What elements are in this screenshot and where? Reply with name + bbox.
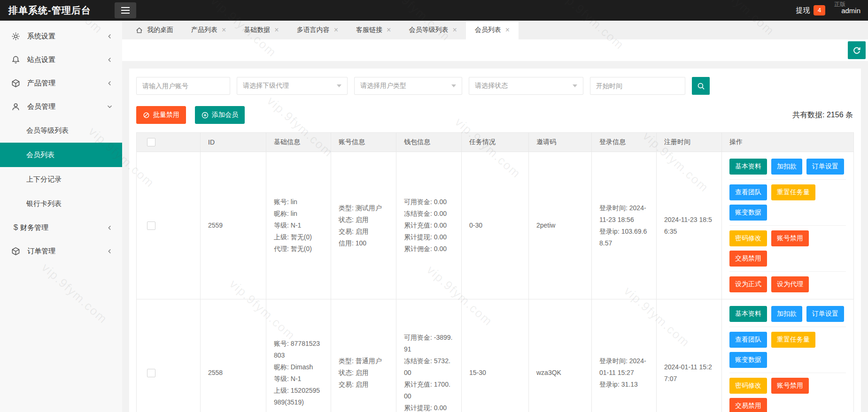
chevron-left-icon xyxy=(107,248,113,254)
batch-disable-button[interactable]: 批量禁用 xyxy=(136,106,186,124)
column-header: 操作 xyxy=(722,133,854,152)
op-button[interactable]: 重置任务量 xyxy=(771,184,815,200)
op-button[interactable]: 账变数据 xyxy=(729,352,767,368)
select-placeholder: 请选择状态 xyxy=(475,82,508,90)
agent-select[interactable]: 请选择下级代理 xyxy=(237,77,348,95)
close-icon[interactable]: × xyxy=(222,26,226,34)
sidebar-item[interactable]: $财务管理 xyxy=(0,216,122,239)
op-button[interactable]: 订单设置 xyxy=(806,306,844,322)
tab[interactable]: 产品列表× xyxy=(182,21,235,39)
sidebar-subitem[interactable]: 会员等级列表 xyxy=(0,118,122,143)
tab[interactable]: 我的桌面 xyxy=(127,21,182,39)
operation-group: 密码修改账号禁用交易禁用 xyxy=(729,226,846,272)
base-info-line: 账号: 87781523803 xyxy=(274,338,323,361)
sidebar-item-label: 站点设置 xyxy=(27,55,55,64)
base-info-line: 等级: N-1 xyxy=(274,373,323,385)
close-icon[interactable]: × xyxy=(274,26,279,34)
op-button[interactable]: 重置任务量 xyxy=(771,332,815,348)
withdraw-label: 提现 xyxy=(796,6,810,15)
op-button[interactable]: 基本资料 xyxy=(729,159,767,175)
wallet-info-line: 累计提现: 0.00 xyxy=(404,402,454,412)
total-count: 共有数据: 2156 条 xyxy=(792,110,854,120)
op-button[interactable]: 密码修改 xyxy=(729,378,767,394)
op-button[interactable]: 交易禁用 xyxy=(729,398,767,412)
tab[interactable]: 多语言内容× xyxy=(288,21,347,39)
op-button[interactable]: 加扣款 xyxy=(771,306,802,322)
op-button[interactable]: 密码修改 xyxy=(729,230,767,246)
account-info-line: 信用: 100 xyxy=(339,237,388,249)
add-member-button[interactable]: 添加会员 xyxy=(195,106,245,124)
op-button[interactable]: 设为代理 xyxy=(771,276,809,292)
start-time-input[interactable] xyxy=(590,77,685,95)
select-placeholder: 请选择用户类型 xyxy=(360,82,406,90)
search-button[interactable] xyxy=(692,77,710,95)
main-content: 我的桌面产品列表×基础数据×多语言内容×客服链接×会员等级列表×会员列表× 请选… xyxy=(122,21,868,412)
sidebar-item-label: 系统设置 xyxy=(27,32,55,41)
login-info-line: 登录时间: 2024-01-11 15:27 xyxy=(599,355,649,379)
sidebar-item[interactable]: 订单管理 xyxy=(0,239,122,263)
wallet-info-line: 累计提现: 0.00 xyxy=(404,231,454,243)
sidebar-item[interactable]: 会员管理 xyxy=(0,95,122,118)
refresh-button[interactable] xyxy=(848,41,866,59)
op-button[interactable]: 设为正式 xyxy=(729,276,767,292)
filter-bar: 请选择下级代理请选择用户类型请选择状态 xyxy=(136,77,854,95)
withdraw-link[interactable]: 提现 4 xyxy=(796,5,825,15)
op-button[interactable]: 基本资料 xyxy=(729,306,767,322)
base-info-line: 等级: N-1 xyxy=(274,220,323,231)
toolbar xyxy=(122,39,868,61)
refresh-icon xyxy=(852,46,861,54)
hamburger-icon xyxy=(121,7,130,14)
menu-toggle-button[interactable] xyxy=(115,2,136,18)
column-header: 基础信息 xyxy=(266,133,331,152)
tab[interactable]: 客服链接× xyxy=(347,21,400,39)
base-info-line: 昵称: Dimash xyxy=(274,361,323,373)
column-header: 邀请码 xyxy=(529,133,592,152)
sidebar-item-label: 会员管理 xyxy=(27,102,55,111)
sidebar-subitem[interactable]: 上下分记录 xyxy=(0,167,122,191)
select-all-checkbox[interactable] xyxy=(147,138,155,146)
operation-group: 密码修改账号禁用交易禁用 xyxy=(729,373,846,412)
account-info-line: 状态: 启用 xyxy=(339,214,388,226)
sidebar: 系统设置站点设置产品管理会员管理会员等级列表会员列表上下分记录银行卡列表$财务管… xyxy=(0,21,122,412)
user-type-select[interactable]: 请选择用户类型 xyxy=(354,77,462,95)
base-info-line: 账号: lin xyxy=(274,196,323,208)
op-button[interactable]: 加扣款 xyxy=(771,159,802,175)
account-input[interactable] xyxy=(136,77,230,95)
member-table: ID基础信息账号信息钱包信息任务情况邀请码登录信息注册时间操作2559账号: l… xyxy=(136,132,854,412)
op-button[interactable]: 查看团队 xyxy=(729,184,767,200)
tab-label: 客服链接 xyxy=(356,26,382,34)
account-info-line: 交易: 启用 xyxy=(339,226,388,237)
op-button[interactable]: 账变数据 xyxy=(729,205,767,221)
tab-label: 会员等级列表 xyxy=(409,26,448,34)
chevron-left-icon xyxy=(107,33,113,39)
op-button[interactable]: 账号禁用 xyxy=(771,378,809,394)
close-icon[interactable]: × xyxy=(505,26,510,34)
sidebar-subitem[interactable]: 银行卡列表 xyxy=(0,191,122,216)
gear-icon xyxy=(11,32,20,41)
close-icon[interactable]: × xyxy=(387,26,391,34)
chevron-left-icon xyxy=(107,225,113,231)
sidebar-item[interactable]: 产品管理 xyxy=(0,71,122,95)
action-row: 批量禁用 添加会员 共有数据: 2156 条 xyxy=(136,106,854,124)
op-button[interactable]: 订单设置 xyxy=(806,159,844,175)
status-select[interactable]: 请选择状态 xyxy=(469,77,583,95)
op-button[interactable]: 交易禁用 xyxy=(729,251,767,267)
login-info-line: 登录ip: 103.69.68.57 xyxy=(599,226,649,249)
tab[interactable]: 基础数据× xyxy=(235,21,287,39)
row-checkbox[interactable] xyxy=(147,221,155,230)
row-checkbox[interactable] xyxy=(147,369,155,377)
tab[interactable]: 会员列表× xyxy=(466,21,519,39)
sidebar-item[interactable]: 站点设置 xyxy=(0,48,122,71)
op-button[interactable]: 账号禁用 xyxy=(771,230,809,246)
sidebar-item[interactable]: 系统设置 xyxy=(0,24,122,48)
op-button[interactable]: 查看团队 xyxy=(729,332,767,348)
close-icon[interactable]: × xyxy=(452,26,457,34)
account-info-line: 类型: 普通用户 xyxy=(339,355,388,367)
member-list-panel: 请选择下级代理请选择用户类型请选择状态 批量禁用 添加会员 共有数据: 2156… xyxy=(129,69,861,412)
tab[interactable]: 会员等级列表× xyxy=(400,21,465,39)
task-range: 0-30 xyxy=(462,152,529,299)
base-info-line: 上级: 暂无(0) xyxy=(274,231,323,243)
login-info-line: 登录ip: 31.13 xyxy=(599,379,649,390)
close-icon[interactable]: × xyxy=(334,26,338,34)
sidebar-subitem[interactable]: 会员列表 xyxy=(0,143,122,167)
